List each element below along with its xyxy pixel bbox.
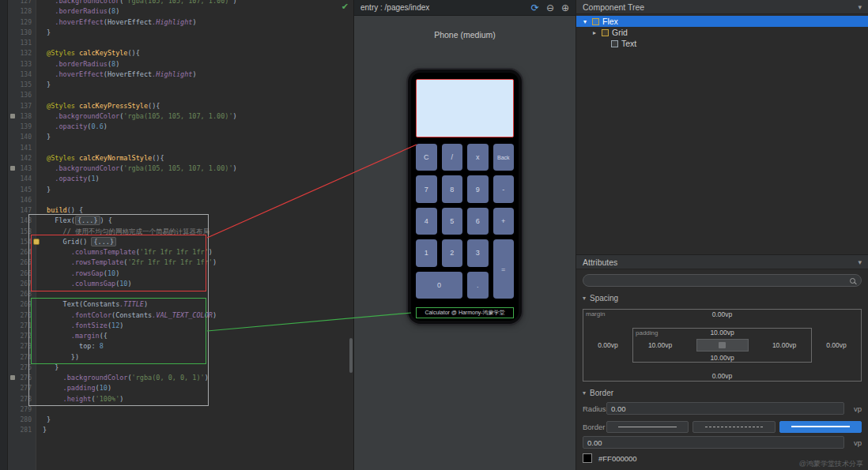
- code-line[interactable]: 140 }: [8, 132, 353, 142]
- attributes-search-box[interactable]: [583, 274, 862, 287]
- code-line[interactable]: 130 }: [8, 28, 353, 38]
- code-line[interactable]: 276 .backgroundColor('rgba(0, 0, 0, 1)'): [8, 373, 353, 383]
- calc-key-divide[interactable]: /: [442, 144, 463, 171]
- code-line[interactable]: 134 .hoverEffect(HoverEffect.Highlight): [8, 70, 353, 80]
- code-line[interactable]: 147 build() {: [8, 205, 353, 216]
- code-line[interactable]: 153 // 使用不均匀的网格完成一个简易的计算器布局: [8, 227, 353, 237]
- code-line[interactable]: 146: [8, 195, 353, 205]
- padding-bottom-value[interactable]: 10.00vp: [633, 354, 811, 362]
- code-line[interactable]: 143 .backgroundColor('rgba(105, 105, 107…: [8, 164, 353, 174]
- code-line[interactable]: 131: [8, 38, 353, 48]
- border-style-solid-thin-button[interactable]: [606, 421, 689, 433]
- intention-bulb-icon[interactable]: [33, 239, 40, 245]
- code-line[interactable]: 271 .fontSize(12): [8, 321, 353, 331]
- refresh-icon[interactable]: ⟳: [531, 3, 539, 13]
- padding-top-value[interactable]: 10.00vp: [633, 329, 811, 337]
- tree-node-text[interactable]: Text: [576, 38, 868, 49]
- calc-key-multiply[interactable]: x: [467, 144, 489, 171]
- calc-key-digit-6[interactable]: 6: [467, 208, 489, 235]
- code-line[interactable]: 264 .columnsTemplate('1fr 1fr 1fr 1fr'): [8, 247, 353, 258]
- padding-left-value[interactable]: 10.00vp: [635, 341, 685, 349]
- border-color-swatch[interactable]: [583, 453, 592, 463]
- code-line[interactable]: 281}: [8, 425, 353, 435]
- chevron-down-icon[interactable]: ▾: [581, 18, 589, 25]
- calc-display[interactable]: [416, 79, 514, 137]
- code-line[interactable]: 278 .height('100%'): [8, 394, 353, 404]
- code-line[interactable]: 274 }): [8, 352, 353, 363]
- code-line[interactable]: 135 }: [8, 80, 353, 90]
- code-line[interactable]: 127 .backgroundColor('rgba(105, 105, 107…: [8, 0, 353, 6]
- code-line[interactable]: 154 Grid() {...}: [8, 237, 353, 247]
- attributes-header[interactable]: Attributes ▾: [576, 255, 868, 269]
- spacing-section-toggle[interactable]: ▾ Spacing: [583, 293, 862, 303]
- code-line[interactable]: 279: [8, 404, 353, 415]
- code-line[interactable]: 138 .backgroundColor('rgba(105, 105, 107…: [8, 111, 353, 122]
- border-color-value[interactable]: #FF000000: [598, 454, 637, 463]
- code-line[interactable]: 277 .padding(10): [8, 383, 353, 393]
- code-line[interactable]: 144 .opacity(1): [8, 174, 353, 184]
- margin-left-value[interactable]: 0.00vp: [583, 341, 632, 349]
- code-line[interactable]: 265 .rowsTemplate('2fr 1fr 1fr 1fr 1fr'): [8, 258, 353, 268]
- margin-bottom-value[interactable]: 0.00vp: [583, 372, 861, 380]
- calc-key-digit-0[interactable]: 0: [416, 272, 462, 299]
- calc-key-digit-4[interactable]: 4: [416, 208, 437, 235]
- code-line[interactable]: 266 .rowsGap(10): [8, 269, 353, 279]
- padding-right-value[interactable]: 10.00vp: [759, 341, 810, 349]
- code-line[interactable]: 136: [8, 90, 353, 100]
- code-editor[interactable]: 127 .backgroundColor('rgba(105, 105, 107…: [8, 0, 354, 470]
- code-line[interactable]: 267 .columnsGap(10): [8, 279, 353, 289]
- calc-key-back[interactable]: Back: [493, 144, 515, 171]
- calc-key-digit-8[interactable]: 8: [442, 175, 463, 202]
- calc-key-digit-5[interactable]: 5: [442, 208, 463, 235]
- chevron-down-icon[interactable]: ▾: [858, 258, 862, 266]
- calc-key-digit-7[interactable]: 7: [416, 175, 437, 202]
- radius-unit[interactable]: vp: [849, 404, 862, 413]
- code-line[interactable]: 141: [8, 143, 353, 153]
- search-input[interactable]: [589, 276, 850, 285]
- tree-node-flex[interactable]: ▾Flex: [576, 16, 868, 27]
- code-line[interactable]: 128 .borderRadius(8): [8, 6, 353, 17]
- calc-key-digit-2[interactable]: 2: [442, 239, 463, 266]
- calc-key-digit-9[interactable]: 9: [467, 175, 489, 202]
- radius-input[interactable]: 0.00: [606, 402, 844, 415]
- code-line[interactable]: 132 @Styles calcKeyStyle(){: [8, 48, 353, 58]
- calc-key-add[interactable]: +: [493, 208, 515, 235]
- code-line[interactable]: 269 Text(Constants.TITLE): [8, 299, 353, 310]
- code-line[interactable]: 273 top: 8: [8, 341, 353, 352]
- border-style-dashed-button[interactable]: [693, 421, 775, 433]
- chevron-right-icon[interactable]: ▸: [591, 29, 598, 36]
- content-box[interactable]: [696, 339, 749, 352]
- margin-top-value[interactable]: 0.00vp: [583, 310, 861, 318]
- border-width-unit[interactable]: vp: [849, 438, 862, 447]
- code-line[interactable]: 139 .opacity(0.6): [8, 122, 353, 132]
- zoom-out-icon[interactable]: ⊖: [546, 3, 554, 13]
- code-line[interactable]: 275 }: [8, 363, 353, 373]
- code-line[interactable]: 148 Flex({...}) {: [8, 216, 353, 226]
- code-line[interactable]: 145 }: [8, 185, 353, 195]
- code-line[interactable]: 129 .hoverEffect(HoverEffect.Highlight): [8, 17, 353, 28]
- calc-key-clear[interactable]: C: [416, 144, 437, 171]
- margin-right-value[interactable]: 0.00vp: [812, 341, 861, 349]
- component-tree-header[interactable]: Component Tree ▾: [576, 0, 868, 14]
- calc-key-digit-3[interactable]: 3: [467, 239, 489, 266]
- zoom-in-icon[interactable]: ⊕: [561, 3, 569, 13]
- code-line[interactable]: 268: [8, 289, 353, 299]
- editor-scrollbar[interactable]: [349, 338, 353, 373]
- chevron-down-icon[interactable]: ▾: [858, 3, 862, 11]
- code-line[interactable]: 137 @Styles calcKeyPressStyle(){: [8, 101, 353, 111]
- tree-node-grid[interactable]: ▸Grid: [576, 27, 868, 38]
- calc-key-equals[interactable]: =: [493, 239, 515, 299]
- code-line[interactable]: 142 @Styles calcKeyNormalStyle(){: [8, 153, 353, 164]
- border-style-solid-thick-button[interactable]: [779, 421, 862, 433]
- preview-tab-title[interactable]: entry : /pages/index: [360, 3, 524, 12]
- code-line[interactable]: 270 .fontColor(Constants.VAL_TEXT_COLOR): [8, 310, 353, 321]
- calc-key-subtract[interactable]: -: [493, 175, 515, 202]
- code-line[interactable]: 272 .margin({: [8, 331, 353, 341]
- inspections-ok-check-icon[interactable]: ✔: [342, 2, 349, 12]
- calc-key-decimal[interactable]: .: [467, 272, 489, 299]
- calc-key-digit-1[interactable]: 1: [416, 239, 437, 266]
- border-width-input[interactable]: 0.00: [583, 436, 844, 449]
- border-section-toggle[interactable]: ▾ Border: [583, 388, 862, 397]
- code-line[interactable]: 280 }: [8, 415, 353, 425]
- code-line[interactable]: 133 .borderRadius(8): [8, 59, 353, 70]
